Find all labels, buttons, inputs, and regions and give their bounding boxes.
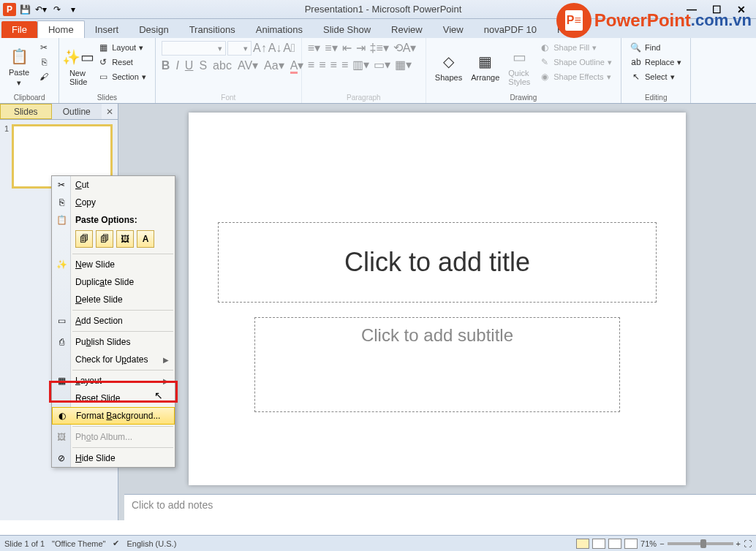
align-right-button[interactable]: ≡: [330, 58, 337, 72]
ctx-cut[interactable]: ✂Cut: [52, 176, 175, 194]
zoom-out-button[interactable]: −: [659, 539, 664, 548]
tab-animations[interactable]: Animations: [246, 21, 313, 38]
underline-button[interactable]: U: [185, 59, 194, 72]
watermark-logo: P≡ PowerPoint.com.vn: [556, 3, 752, 38]
columns-button[interactable]: ▥▾: [352, 58, 369, 72]
new-slide-icon: ✨: [53, 256, 69, 273]
align-left-button[interactable]: ≡: [308, 58, 314, 72]
save-icon[interactable]: 💾: [18, 2, 32, 17]
ctx-publish-slides[interactable]: ⎙Publish Slides: [52, 333, 175, 351]
bold-button[interactable]: B: [162, 59, 170, 72]
align-center-button[interactable]: ≡: [319, 58, 325, 72]
ctx-hide-slide[interactable]: ⊘Hide Slide: [52, 449, 175, 467]
find-button[interactable]: 🔍Find: [627, 41, 684, 54]
smartart-button[interactable]: ▦▾: [395, 58, 412, 72]
effects-icon: ◉: [539, 71, 551, 83]
layout-button[interactable]: ▦Layout ▾: [94, 41, 149, 54]
shapes-button[interactable]: ◇Shapes: [432, 41, 465, 92]
title-placeholder[interactable]: Click to add title: [218, 222, 657, 303]
notes-pane[interactable]: Click to add notes: [124, 494, 756, 520]
select-button[interactable]: ↖Select ▾: [627, 70, 684, 83]
text-direction-button[interactable]: ⟲A▾: [393, 41, 417, 55]
ctx-format-background[interactable]: ◐Format Background...: [52, 407, 175, 425]
zoom-level[interactable]: 71%: [640, 539, 657, 548]
ctx-add-section[interactable]: ▭Add Section: [52, 312, 175, 330]
paste-button[interactable]: 📋Paste▾: [6, 41, 32, 92]
font-family-combo[interactable]: ▾: [162, 41, 226, 56]
zoom-in-button[interactable]: +: [736, 539, 741, 548]
decrease-indent-button[interactable]: ⇤: [342, 41, 352, 55]
align-text-button[interactable]: ▭▾: [374, 58, 390, 72]
pane-tab-outline[interactable]: Outline: [52, 104, 102, 119]
fit-window-button[interactable]: ⛶: [744, 539, 752, 548]
numbering-button[interactable]: ≡▾: [325, 41, 337, 55]
shape-effects-button[interactable]: ◉Shape Effects ▾: [536, 70, 615, 83]
publish-icon: ⎙: [53, 334, 69, 350]
paste-option-text[interactable]: A: [137, 230, 154, 248]
slide-canvas[interactable]: Click to add title Click to add subtitle: [189, 113, 686, 485]
shape-fill-button[interactable]: ◐Shape Fill ▾: [536, 41, 615, 54]
ctx-photo-album: 🖼Photo Album...: [52, 428, 175, 446]
ctx-duplicate-slide[interactable]: Duplicate Slide: [52, 273, 175, 291]
italic-button[interactable]: I: [175, 59, 178, 72]
copy-button[interactable]: ⎘: [35, 56, 53, 69]
increase-indent-button[interactable]: ⇥: [356, 41, 366, 55]
bullets-button[interactable]: ≡▾: [308, 41, 320, 55]
paste-option-picture[interactable]: 🖼: [116, 230, 134, 248]
arrange-button[interactable]: ▦Arrange: [468, 41, 502, 92]
format-bg-icon: ◐: [54, 408, 70, 424]
qat-more-icon[interactable]: ▾: [66, 2, 80, 17]
tab-view[interactable]: View: [433, 21, 474, 38]
shrink-font-icon[interactable]: A↓: [268, 42, 282, 55]
tab-design[interactable]: Design: [129, 21, 178, 38]
format-painter-button[interactable]: 🖌: [35, 70, 53, 83]
tab-insert[interactable]: Insert: [85, 21, 129, 38]
subtitle-placeholder[interactable]: Click to add subtitle: [254, 317, 620, 412]
status-language[interactable]: English (U.S.): [126, 539, 176, 548]
paste-option-source[interactable]: 🗐: [96, 230, 113, 248]
paint-bucket-icon: ◐: [539, 42, 551, 53]
tab-file[interactable]: File: [1, 21, 37, 38]
cut-button[interactable]: ✂: [35, 41, 53, 54]
paste-option-theme[interactable]: 🗐: [75, 230, 93, 248]
ctx-copy[interactable]: ⎘Copy: [52, 194, 175, 211]
replace-button[interactable]: abReplace ▾: [627, 56, 684, 69]
tab-slideshow[interactable]: Slide Show: [313, 21, 381, 38]
quick-styles-button[interactable]: ▭Quick Styles: [505, 41, 533, 92]
grow-font-icon[interactable]: A↑: [253, 42, 267, 55]
tab-novapdf[interactable]: novaPDF 10: [474, 21, 547, 38]
pane-close-button[interactable]: ✕: [102, 104, 118, 119]
ctx-check-updates[interactable]: Check for Updates▶: [52, 351, 175, 368]
line-spacing-button[interactable]: ‡≡▾: [370, 41, 389, 55]
copy-icon: ⎘: [38, 56, 50, 68]
char-spacing-button[interactable]: AV▾: [238, 58, 258, 72]
strike-button[interactable]: S: [199, 59, 207, 72]
zoom-slider[interactable]: [668, 542, 733, 545]
pane-tab-slides[interactable]: Slides: [0, 104, 52, 119]
ctx-delete-slide[interactable]: Delete Slide: [52, 291, 175, 308]
tab-home[interactable]: Home: [37, 20, 85, 38]
sorter-view-button[interactable]: [592, 539, 605, 549]
reading-view-button[interactable]: [608, 539, 621, 549]
section-button[interactable]: ▭Section ▾: [94, 70, 149, 83]
shape-outline-button[interactable]: ✎Shape Outline ▾: [536, 56, 615, 69]
shadow-button[interactable]: abc: [213, 59, 232, 72]
ctx-new-slide[interactable]: ✨New Slide: [52, 256, 175, 273]
reset-button[interactable]: ↺Reset: [94, 56, 149, 69]
new-slide-button[interactable]: ✨▭New Slide: [65, 41, 91, 92]
ctx-layout[interactable]: ▦Layout▶: [52, 372, 175, 390]
justify-button[interactable]: ≡: [341, 58, 348, 72]
app-icon[interactable]: P: [3, 3, 16, 16]
slideshow-view-button[interactable]: [624, 539, 638, 549]
undo-icon[interactable]: ↶▾: [34, 2, 48, 17]
spellcheck-icon[interactable]: ✔: [113, 539, 119, 548]
tab-review[interactable]: Review: [381, 21, 433, 38]
font-size-combo[interactable]: ▾: [227, 41, 252, 56]
redo-icon[interactable]: ↷: [50, 2, 64, 17]
normal-view-button[interactable]: [576, 539, 589, 549]
group-paragraph: ≡▾ ≡▾ ⇤ ⇥ ‡≡▾ ⟲A▾ ≡ ≡ ≡ ≡ ▥▾ ▭▾ ▦▾ Parag…: [302, 38, 426, 103]
brush-icon: 🖌: [38, 71, 50, 83]
tab-transitions[interactable]: Transitions: [179, 21, 246, 38]
clear-format-icon[interactable]: Aͯ: [283, 42, 295, 55]
change-case-button[interactable]: Aa▾: [264, 58, 284, 72]
